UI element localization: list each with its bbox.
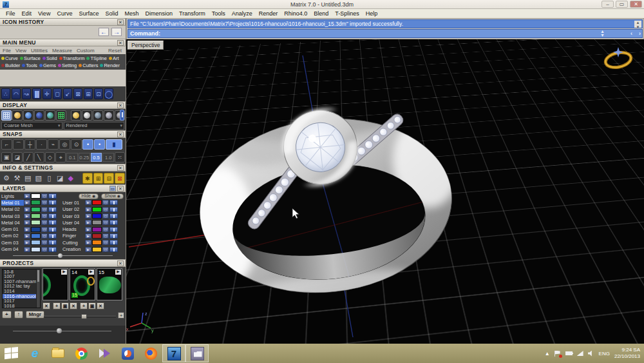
layer-lock-icon[interactable]: ◻: [41, 247, 48, 252]
layer-row-lights[interactable]: Lights ▶ ◻: [1, 193, 62, 199]
project-item[interactable]: 1018: [3, 304, 40, 309]
extrude-tool-icon[interactable]: ▐▌: [32, 88, 41, 99]
menu-render[interactable]: Render: [256, 10, 281, 17]
layers-close-icon[interactable]: ✕: [117, 186, 124, 191]
layer-color-swatch[interactable]: [92, 240, 102, 245]
grid-settings-icon[interactable]: ⁙: [115, 152, 125, 162]
layer-lock-icon[interactable]: ◻: [41, 240, 48, 245]
project-thumbnail-2[interactable]: 14 ▶ 15: [70, 268, 95, 300]
command-scrollbar[interactable]: ▲▼: [634, 21, 641, 28]
layer-visibility-toggle[interactable]: [109, 227, 118, 232]
show-button[interactable]: Show◉: [101, 193, 124, 199]
history-forward-icon[interactable]: →: [111, 28, 122, 36]
mm-tab-utilities[interactable]: Utilities: [31, 48, 48, 54]
network-signal-icon[interactable]: [577, 351, 583, 356]
panel-icon[interactable]: ▯: [44, 173, 55, 184]
display-mode-ghosted-icon[interactable]: [12, 110, 23, 121]
project-item[interactable]: 1007: [3, 274, 40, 279]
project-item[interactable]: 1007-nhannam: [3, 279, 40, 284]
volume-icon[interactable]: [588, 351, 594, 357]
ortho-icon[interactable]: ◪: [12, 152, 23, 162]
thumb-camera-icon[interactable]: ▣: [61, 302, 69, 309]
layer-arrow-icon[interactable]: ▶: [24, 247, 30, 252]
command-input-line[interactable]: Command: ▲▼ ‹ ›: [128, 29, 643, 38]
menu-surface[interactable]: Surface: [75, 10, 102, 17]
category-render[interactable]: Render: [100, 63, 120, 68]
gem-info-icon[interactable]: ◆: [66, 173, 76, 184]
layer-visibility-toggle[interactable]: [48, 200, 57, 205]
options-wrench-icon[interactable]: ⚒: [12, 173, 23, 184]
project-up-button[interactable]: ↑: [14, 311, 23, 319]
points-tool-icon[interactable]: ∴: [1, 88, 10, 99]
layer-visibility-toggle[interactable]: [48, 227, 57, 232]
layer-row-metal01[interactable]: Metal 01 ▶ ◻: [1, 199, 62, 206]
thumbnail-play-icon[interactable]: ▶: [88, 270, 94, 275]
thumbnail-play-icon[interactable]: ▶: [61, 270, 67, 275]
layer-row-gem02[interactable]: Gem 02 ▶ ◻: [1, 233, 62, 239]
layer-visibility-toggle[interactable]: [109, 200, 118, 205]
layer-lock-icon[interactable]: ◻: [102, 227, 109, 232]
osnap-icon[interactable]: ╲: [34, 152, 44, 162]
snap-quad-icon[interactable]: •: [94, 139, 105, 150]
snap-int-icon[interactable]: ◎: [59, 139, 70, 150]
layer-lock-icon[interactable]: ◻: [102, 233, 109, 239]
category-curve[interactable]: Curve: [1, 55, 18, 61]
project-item[interactable]: 1017: [3, 299, 40, 304]
command-spinner[interactable]: ▲▼: [600, 30, 605, 37]
layer-color-swatch[interactable]: [31, 233, 41, 239]
layers-header[interactable]: LAYERS ▭ ✕: [0, 184, 126, 192]
increment-0.5[interactable]: 0.5: [91, 153, 102, 162]
gumball-icon[interactable]: ⌖: [55, 152, 66, 162]
command-history-line[interactable]: File "C:\Users\Pham\Documents\Matrix7\Pr…: [128, 19, 643, 28]
layer-arrow-icon[interactable]: ▶: [24, 233, 30, 239]
boolean-tool-icon[interactable]: ⊠: [73, 88, 82, 99]
layer-visibility-toggle[interactable]: [109, 220, 118, 225]
render-mode-dropdown[interactable]: Rendered: [64, 122, 125, 130]
projects-close-icon[interactable]: ✕: [117, 260, 124, 266]
layer-lock-icon[interactable]: ◻: [102, 247, 109, 252]
main-menu-header[interactable]: MAIN MENU ✕: [0, 39, 126, 46]
purge-icon[interactable]: ⊠: [115, 173, 125, 184]
snap-project-toggle[interactable]: ▮: [106, 139, 122, 150]
maximize-button[interactable]: ▭: [616, 1, 628, 8]
projects-expand-icon[interactable]: +: [118, 312, 124, 319]
project-thumbnail-1[interactable]: ▶: [43, 268, 68, 300]
layer-row-metal03[interactable]: Metal 03 ▶ ◻: [1, 213, 62, 219]
layer-visibility-toggle[interactable]: [109, 207, 118, 212]
menu-tools[interactable]: Tools: [209, 10, 229, 17]
display-close-icon[interactable]: ✕: [117, 103, 124, 108]
layer-lock-icon[interactable]: ◻: [102, 220, 109, 225]
flow-tool-icon[interactable]: ↙: [63, 88, 72, 99]
layer-color-swatch[interactable]: [31, 213, 41, 219]
mm-tab-reset[interactable]: Reset: [108, 48, 122, 54]
menu-dimension[interactable]: Dimension: [142, 10, 176, 17]
mm-tab-custom[interactable]: Custom: [77, 48, 95, 54]
layer-visibility-toggle[interactable]: [48, 240, 57, 245]
layer-color-swatch[interactable]: [31, 200, 41, 205]
category-gems[interactable]: Gems: [39, 63, 56, 68]
layer-state-remove-icon[interactable]: ⊟: [104, 173, 114, 184]
layer-row-user01[interactable]: User 01 ▶ ◻: [62, 199, 124, 206]
thumb-add-icon[interactable]: +: [80, 302, 88, 309]
category-surface[interactable]: Surface: [20, 55, 41, 61]
thumb-camera-icon[interactable]: ▣: [88, 302, 96, 309]
arc-tool-icon[interactable]: ◠: [12, 88, 21, 99]
menu-edit[interactable]: Edit: [19, 10, 35, 17]
snap-tan-icon[interactable]: •: [82, 139, 93, 150]
display-header[interactable]: DISPLAY ✕: [0, 101, 126, 109]
info-settings-header[interactable]: INFO & SETTINGS ✕: [0, 164, 126, 172]
action-center-flag-icon[interactable]: [554, 351, 561, 357]
menu-rhino[interactable]: Rhino4.0: [281, 10, 310, 17]
layer-color-swatch[interactable]: [92, 200, 102, 205]
category-cutters[interactable]: Cutters: [79, 63, 98, 68]
layer-lock-icon[interactable]: ◻: [102, 200, 109, 205]
increment-0.1[interactable]: 0.1: [66, 153, 78, 162]
project-item-selected[interactable]: 1016-nhancuoi: [3, 294, 40, 299]
thumb-add-icon[interactable]: +: [53, 302, 61, 309]
history-record-icon[interactable]: ✱: [82, 173, 93, 184]
layer-state-add-icon[interactable]: ⊞: [93, 173, 104, 184]
snaps-close-icon[interactable]: ✕: [117, 132, 124, 137]
snap-cen-icon[interactable]: ⌁: [48, 139, 59, 150]
layer-arrow-icon[interactable]: ▶: [85, 213, 91, 219]
layer-visibility-toggle[interactable]: [48, 233, 57, 239]
